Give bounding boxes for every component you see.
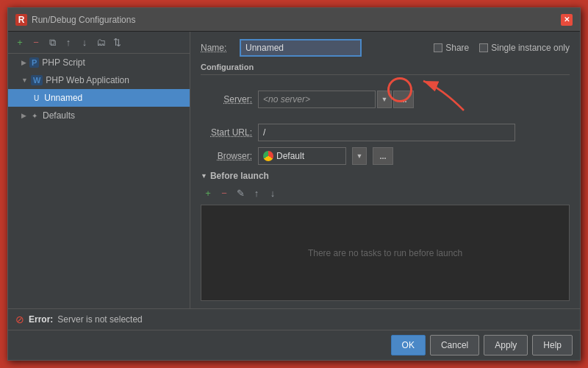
start-url-input[interactable] xyxy=(258,124,515,141)
error-bar: ⊘ Error: Server is not selected xyxy=(8,308,580,330)
unnamed-icon: U xyxy=(32,93,41,103)
browser-select-box[interactable]: Default xyxy=(258,147,346,165)
share-checkbox[interactable] xyxy=(434,43,442,52)
single-instance-checkbox[interactable] xyxy=(479,43,488,52)
server-value: <no server> xyxy=(263,94,310,105)
name-label: Name: xyxy=(201,43,234,53)
error-message: Server is not selected xyxy=(57,314,142,325)
run-debug-dialog: R Run/Debug Configurations ✕ + − ⧉ ↑ ↓ 🗂… xyxy=(7,7,581,361)
before-launch-chevron-icon: ▼ xyxy=(201,172,207,180)
remove-task-button[interactable]: − xyxy=(217,185,232,200)
php-script-icon: P xyxy=(29,57,39,68)
server-dots-wrapper: ... xyxy=(393,91,414,108)
start-url-label: Start URL: xyxy=(201,127,252,138)
server-dropdown-arrow[interactable]: ▼ xyxy=(377,91,392,108)
tree-item-php-web-label: PHP Web Application xyxy=(46,75,129,85)
remove-config-button[interactable]: − xyxy=(29,35,43,50)
chrome-icon xyxy=(263,151,273,161)
server-more-button[interactable]: ... xyxy=(393,91,414,108)
cancel-button[interactable]: Cancel xyxy=(430,335,479,355)
config-section: Configuration Server: <no server> ▼ ... xyxy=(201,63,570,165)
move-task-up-button[interactable]: ↑ xyxy=(249,185,264,200)
browser-more-button[interactable]: ... xyxy=(373,147,393,165)
configuration-title: Configuration xyxy=(201,63,570,75)
share-label: Share xyxy=(445,43,469,53)
error-icon: ⊘ xyxy=(15,314,24,325)
server-select-group: <no server> ▼ ... xyxy=(258,91,414,108)
error-prefix: Error: xyxy=(29,314,53,325)
server-label: Server: xyxy=(201,94,252,105)
share-checkbox-item: Share xyxy=(434,43,469,53)
dialog-title: Run/Debug Configurations xyxy=(32,15,135,25)
left-panel: + − ⧉ ↑ ↓ 🗂 ⇅ ▶ P PHP Script ▼ W xyxy=(8,32,190,308)
sort-button[interactable]: ⇅ xyxy=(110,35,124,50)
tree-item-php-script-label: PHP Script xyxy=(42,57,85,68)
config-tree: ▶ P PHP Script ▼ W PHP Web Application U… xyxy=(8,54,190,308)
browser-value: Default xyxy=(276,151,304,161)
annotation-arrow xyxy=(420,81,478,118)
server-select-box[interactable]: <no server> xyxy=(258,91,376,108)
browser-dropdown-arrow[interactable]: ▼ xyxy=(352,147,367,165)
tree-item-unnamed-label: Unnamed xyxy=(44,93,82,103)
folder-button[interactable]: 🗂 xyxy=(93,35,108,50)
tree-item-php-script[interactable]: ▶ P PHP Script xyxy=(8,54,190,71)
php-web-icon: W xyxy=(31,75,43,85)
before-launch-header: ▼ Before launch xyxy=(201,171,570,181)
move-task-down-button[interactable]: ↓ xyxy=(265,185,280,200)
tree-item-unnamed[interactable]: U Unnamed xyxy=(8,89,190,107)
left-toolbar: + − ⧉ ↑ ↓ 🗂 ⇅ xyxy=(8,32,190,54)
title-bar-left: R Run/Debug Configurations xyxy=(15,14,135,26)
browser-row: Browser: Default ▼ ... xyxy=(201,147,570,165)
before-launch-empty-text: There are no tasks to run before launch xyxy=(308,248,462,258)
ok-button[interactable]: OK xyxy=(391,335,426,355)
before-launch-title: Before launch xyxy=(210,171,269,181)
chevron-right-icon: ▶ xyxy=(21,59,26,66)
right-panel: Name: Share Single instance only Confi xyxy=(190,32,580,308)
server-row: Server: <no server> ▼ ... xyxy=(201,81,570,118)
add-task-button[interactable]: + xyxy=(201,185,215,200)
browser-label: Browser: xyxy=(201,151,252,161)
before-launch-content: There are no tasks to run before launch xyxy=(201,205,570,301)
tree-item-defaults-label: Defaults xyxy=(43,110,75,121)
help-button[interactable]: Help xyxy=(532,335,573,355)
name-input[interactable] xyxy=(240,39,362,57)
tree-item-php-web-app[interactable]: ▼ W PHP Web Application xyxy=(8,71,190,89)
move-up-button[interactable]: ↑ xyxy=(61,35,76,50)
button-bar: OK Cancel Apply Help xyxy=(8,330,580,360)
before-launch-section: ▼ Before launch + − ✎ ↑ ↓ There are no t… xyxy=(201,171,570,301)
add-config-button[interactable]: + xyxy=(12,35,27,50)
before-launch-toolbar: + − ✎ ↑ ↓ xyxy=(201,184,570,202)
share-row: Share Single instance only xyxy=(434,43,570,53)
chevron-down-icon: ▼ xyxy=(21,77,28,84)
copy-config-button[interactable]: ⧉ xyxy=(45,35,60,50)
app-icon: R xyxy=(15,14,27,26)
edit-task-button[interactable]: ✎ xyxy=(233,185,248,200)
title-bar: R Run/Debug Configurations ✕ xyxy=(8,8,580,32)
move-down-button[interactable]: ↓ xyxy=(77,35,92,50)
main-content: + − ⧉ ↑ ↓ 🗂 ⇅ ▶ P PHP Script ▼ W xyxy=(8,32,580,308)
name-header-row: Name: Share Single instance only xyxy=(201,39,570,57)
apply-button[interactable]: Apply xyxy=(484,335,528,355)
defaults-icon: ✦ xyxy=(29,111,40,121)
start-url-row: Start URL: xyxy=(201,124,570,141)
tree-item-defaults[interactable]: ▶ ✦ Defaults xyxy=(8,107,190,124)
single-instance-item: Single instance only xyxy=(479,43,570,53)
single-instance-label: Single instance only xyxy=(491,43,570,53)
close-button[interactable]: ✕ xyxy=(561,14,573,26)
defaults-chevron-icon: ▶ xyxy=(21,112,26,119)
